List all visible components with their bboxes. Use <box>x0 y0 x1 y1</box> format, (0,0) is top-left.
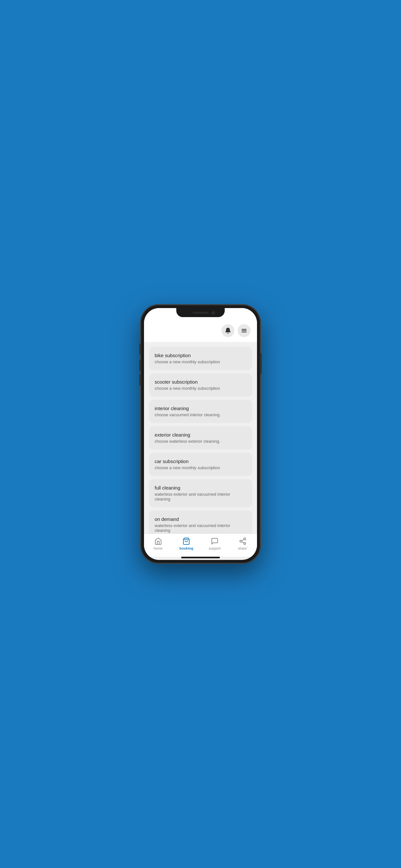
camera <box>212 311 215 314</box>
notch <box>176 308 225 317</box>
speaker <box>192 312 209 314</box>
nav-label-support: support <box>209 547 220 550</box>
service-card-exterior-cleaning[interactable]: exterior cleaningchoose waterless exteri… <box>149 426 252 450</box>
nav-icon-support <box>211 537 219 546</box>
bell-icon <box>225 328 231 334</box>
nav-icon-home <box>154 537 162 546</box>
menu-button[interactable] <box>238 324 251 337</box>
service-title-full-cleaning: full cleaning <box>155 485 246 491</box>
svg-line-8 <box>242 539 244 541</box>
service-title-car-subscription: car subscription <box>155 459 246 464</box>
service-card-scooter-subscription[interactable]: scooter subscriptionchoose a new monthly… <box>149 373 252 397</box>
phone-screen: bike subscriptionchoose a new monthly su… <box>144 308 257 560</box>
service-desc-on-demand: waterless exterior and vacuumed interior… <box>155 523 246 533</box>
service-title-exterior-cleaning: exterior cleaning <box>155 432 246 438</box>
notification-button[interactable] <box>221 324 235 337</box>
nav-icon-share <box>239 537 247 546</box>
service-card-bike-subscription[interactable]: bike subscriptionchoose a new monthly su… <box>149 347 252 370</box>
service-card-interior-cleaning[interactable]: interior cleaningchoose vacuumed interio… <box>149 400 252 423</box>
service-card-full-cleaning[interactable]: full cleaningwaterless exterior and vacu… <box>149 479 252 507</box>
service-desc-full-cleaning: waterless exterior and vacuumed interior… <box>155 492 246 501</box>
app-content: bike subscriptionchoose a new monthly su… <box>144 308 257 560</box>
nav-icon-booking <box>182 537 190 546</box>
service-desc-bike-subscription: choose a new monthly subscription <box>155 360 246 364</box>
nav-item-support[interactable]: support <box>201 537 229 550</box>
header-icons <box>221 324 251 337</box>
bottom-nav: homebookingsupportshare` <box>144 533 257 557</box>
service-list: bike subscriptionchoose a new monthly su… <box>144 342 257 533</box>
service-title-bike-subscription: bike subscription <box>155 352 246 358</box>
service-card-on-demand[interactable]: on demandwaterless exterior and vacuumed… <box>149 510 252 533</box>
service-title-scooter-subscription: scooter subscription <box>155 379 246 384</box>
phone-frame: bike subscriptionchoose a new monthly su… <box>141 305 260 563</box>
hamburger-icon <box>241 328 247 334</box>
service-desc-interior-cleaning: choose vacuumed interior cleaning. <box>155 412 246 417</box>
service-desc-car-subscription: choose a new monthly subscription <box>155 465 246 470</box>
nav-label-share: share` <box>238 547 248 550</box>
service-card-car-subscription[interactable]: car subscriptionchoose a new monthly sub… <box>149 453 252 476</box>
nav-label-home: home <box>154 547 163 550</box>
service-title-interior-cleaning: interior cleaning <box>155 406 246 411</box>
nav-item-share[interactable]: share` <box>229 537 257 550</box>
service-desc-scooter-subscription: choose a new monthly subscription <box>155 386 246 391</box>
service-title-on-demand: on demand <box>155 516 246 522</box>
svg-line-7 <box>242 542 244 543</box>
service-desc-exterior-cleaning: choose waterless exterior cleaning. <box>155 439 246 444</box>
nav-item-booking[interactable]: booking <box>173 537 201 550</box>
nav-label-booking: booking <box>180 547 193 550</box>
home-indicator <box>181 557 220 558</box>
nav-item-home[interactable]: home <box>144 537 173 550</box>
